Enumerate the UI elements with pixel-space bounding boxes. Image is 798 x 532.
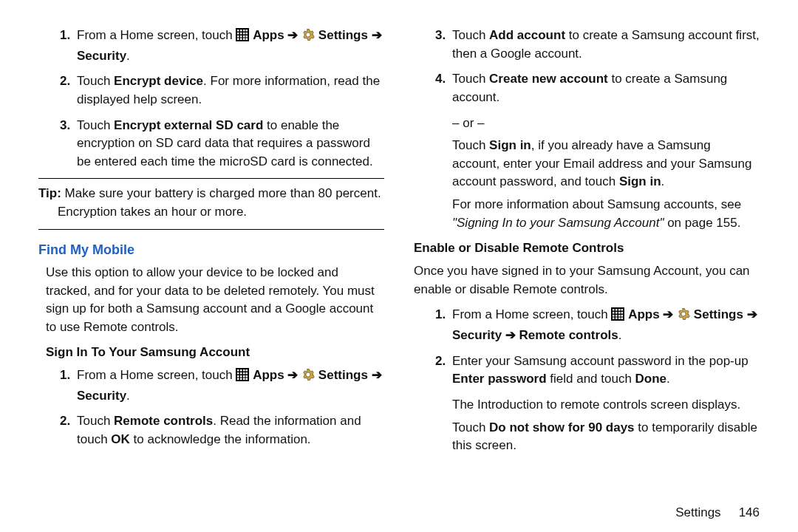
step-3: Touch Add account to create a Samsung ac…: [449, 27, 760, 63]
security-label: Security: [77, 49, 126, 63]
svg-rect-50: [621, 318, 624, 320]
svg-rect-35: [613, 309, 615, 311]
svg-rect-46: [621, 315, 624, 317]
svg-rect-33: [246, 378, 248, 381]
svg-rect-49: [618, 318, 621, 320]
svg-rect-48: [615, 318, 618, 320]
step-2: Enter your Samsung account password in t…: [449, 352, 760, 389]
account-steps: Touch Add account to create a Samsung ac…: [414, 27, 760, 107]
svg-rect-41: [618, 312, 621, 314]
svg-rect-19: [240, 369, 242, 372]
section-heading-find-my-mobile: Find My Mobile: [38, 240, 384, 259]
find-my-mobile-intro: Use this option to allow your device to …: [46, 264, 384, 337]
svg-rect-5: [237, 33, 239, 35]
svg-rect-43: [613, 315, 615, 317]
right-column: Touch Add account to create a Samsung ac…: [414, 27, 760, 499]
svg-rect-20: [243, 369, 245, 372]
step-4: Touch Create new account to create a Sam…: [449, 70, 760, 106]
text: Enter your Samsung account password in t…: [452, 354, 748, 368]
footer-section: Settings: [675, 505, 720, 519]
cross-ref-page: on page 155.: [664, 216, 740, 230]
page-footer: Settings146: [38, 504, 760, 522]
svg-rect-1: [237, 30, 239, 32]
svg-rect-11: [243, 35, 245, 38]
settings-gear-icon: [301, 28, 315, 47]
text: .: [618, 328, 622, 342]
svg-rect-21: [246, 369, 248, 372]
arrow: ➔: [287, 28, 301, 42]
arrow: ➔: [505, 328, 519, 342]
divider: [38, 229, 384, 230]
svg-rect-6: [240, 33, 242, 35]
remote-controls-label: Remote controls: [114, 414, 213, 428]
text: Touch: [452, 28, 489, 42]
svg-rect-30: [237, 378, 239, 381]
two-column-layout: From a Home screen, touch Apps ➔ Setting…: [38, 27, 760, 499]
svg-rect-24: [243, 372, 245, 375]
svg-rect-2: [240, 30, 242, 32]
arrow: ➔: [372, 28, 382, 42]
apps-grid-icon: [611, 307, 624, 327]
tip-paragraph: Tip: Make sure your battery is charged m…: [38, 185, 384, 221]
text: to acknowledge the information.: [130, 432, 311, 446]
create-account-label: Create new account: [489, 72, 608, 86]
sign-in-label: Sign in: [489, 138, 531, 152]
svg-rect-9: [237, 35, 239, 38]
settings-gear-icon: [301, 368, 315, 387]
subhead-remote-controls: Enable or Disable Remote Controls: [414, 239, 760, 258]
text: Touch: [452, 420, 489, 434]
text: Touch: [77, 118, 114, 132]
ok-label: OK: [111, 432, 130, 446]
svg-rect-14: [240, 38, 242, 41]
tip-text: Make sure your battery is charged more t…: [58, 186, 381, 219]
sign-in-paragraph: Touch Sign in, if you already have a Sam…: [452, 137, 760, 191]
text: .: [666, 372, 670, 386]
encryption-steps: From a Home screen, touch Apps ➔ Setting…: [38, 27, 384, 171]
apps-grid-icon: [236, 28, 249, 47]
svg-rect-13: [237, 38, 239, 41]
more-info-paragraph: For more information about Samsung accou…: [452, 196, 760, 232]
step-1: From a Home screen, touch Apps ➔ Setting…: [449, 306, 760, 344]
text: Touch: [77, 414, 114, 428]
sign-in-steps: From a Home screen, touch Apps ➔ Setting…: [38, 366, 384, 449]
settings-gear-icon: [677, 307, 690, 327]
remote-controls-label: Remote controls: [519, 328, 618, 342]
svg-rect-37: [618, 309, 621, 311]
svg-rect-26: [237, 375, 239, 378]
add-account-label: Add account: [489, 28, 565, 42]
svg-rect-16: [246, 38, 248, 41]
tip-label: Tip:: [38, 186, 61, 200]
do-not-show-label: Do not show for 90 days: [489, 420, 634, 434]
settings-label: Settings: [318, 28, 368, 42]
enter-password-label: Enter password: [452, 372, 547, 386]
intro-screen-text: The Introduction to remote controls scre…: [452, 396, 760, 415]
text: Touch: [452, 72, 489, 86]
settings-label: Settings: [318, 368, 368, 382]
svg-rect-4: [246, 30, 248, 32]
arrow: ➔: [287, 368, 301, 382]
divider: [38, 178, 384, 179]
svg-rect-3: [243, 30, 245, 32]
step-2: Touch Remote controls. Read the informat…: [74, 412, 384, 449]
arrow: ➔: [747, 307, 757, 321]
svg-rect-31: [240, 378, 242, 381]
svg-rect-8: [246, 33, 248, 35]
svg-rect-45: [618, 315, 621, 317]
svg-rect-29: [246, 375, 248, 378]
text: .: [126, 49, 130, 63]
footer-page-number: 146: [739, 505, 760, 519]
step-1: From a Home screen, touch Apps ➔ Setting…: [74, 366, 384, 405]
or-block: – or – Touch Sign in, if you already hav…: [452, 115, 760, 233]
apps-label: Apps: [253, 28, 284, 42]
text: From a Home screen, touch: [77, 28, 236, 42]
svg-rect-15: [243, 38, 245, 41]
step-1: From a Home screen, touch Apps ➔ Setting…: [74, 27, 384, 65]
svg-rect-7: [243, 33, 245, 35]
svg-rect-28: [243, 375, 245, 378]
text: .: [661, 174, 665, 188]
settings-label: Settings: [694, 307, 743, 321]
svg-rect-12: [246, 35, 248, 38]
svg-rect-40: [615, 312, 618, 314]
svg-rect-42: [621, 312, 624, 314]
svg-rect-25: [246, 372, 248, 375]
